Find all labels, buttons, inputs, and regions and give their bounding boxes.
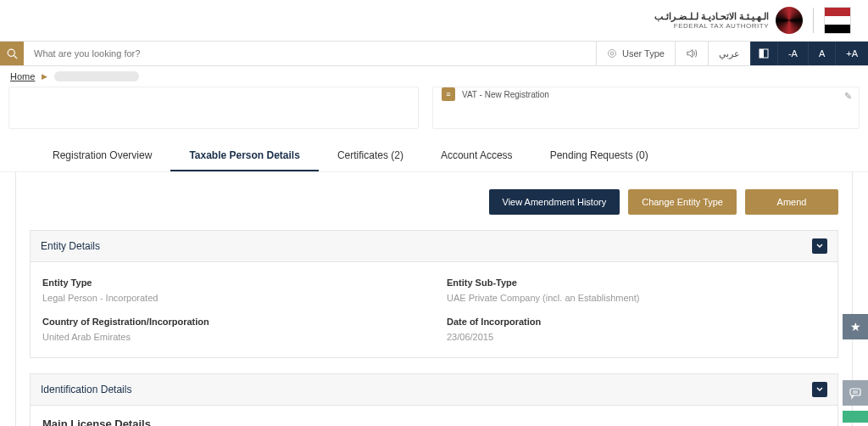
svg-point-3 — [610, 52, 614, 55]
contrast-button[interactable] — [750, 42, 777, 65]
favorites-float-button[interactable]: ★ — [843, 314, 868, 339]
fta-logo-text: الـهـيـئـة الاتحـاديـة لـلـضـرائـب FEDER… — [654, 11, 769, 31]
entity-collapse-button[interactable] — [812, 238, 827, 254]
entity-type-value: Legal Person - Incorporated — [42, 293, 421, 303]
change-entity-type-button[interactable]: Change Entity Type — [628, 189, 737, 215]
vat-label: VAT - New Registration — [462, 90, 549, 99]
tab-panel: View Amendment History Change Entity Typ… — [15, 172, 853, 426]
chat-icon — [849, 386, 862, 400]
search-icon — [7, 48, 18, 59]
breadcrumb: Home ▶ — [0, 66, 868, 87]
breadcrumb-arrow-icon: ▶ — [42, 72, 47, 81]
date-incorporation-label: Date of Incorporation — [447, 317, 826, 327]
font-normal-button[interactable]: A — [808, 42, 835, 65]
view-amendment-history-button[interactable]: View Amendment History — [489, 189, 620, 215]
user-type-label: User Type — [622, 48, 665, 59]
field-country: Country of Registration/Incorporation Un… — [42, 317, 421, 342]
sound-icon — [686, 48, 698, 59]
svg-line-1 — [14, 55, 17, 59]
search-input[interactable] — [24, 42, 596, 65]
date-incorporation-value: 23/06/2015 — [447, 332, 826, 342]
font-decrease-button[interactable]: -A — [777, 42, 808, 65]
amend-button[interactable]: Amend — [745, 189, 838, 215]
topbar: User Type عربي -A A +A — [0, 41, 868, 66]
star-icon: ★ — [850, 320, 861, 334]
field-date-incorporation: Date of Incorporation 23/06/2015 — [447, 317, 826, 342]
identification-details-body: Main License Details — [30, 406, 838, 426]
user-type-button[interactable]: User Type — [596, 42, 675, 65]
identification-details-header: Identification Details — [30, 373, 838, 406]
identification-details-title: Identification Details — [41, 384, 131, 395]
sound-button[interactable] — [675, 42, 708, 65]
tab-taxable-person-details[interactable]: Taxable Person Details — [170, 141, 319, 171]
header-logos: الـهـيـئـة الاتحـاديـة لـلـضـرائـب FEDER… — [0, 0, 868, 41]
fta-logo-block: الـهـيـئـة الاتحـاديـة لـلـضـرائـب FEDER… — [654, 7, 803, 34]
help-float-button[interactable] — [843, 411, 868, 423]
tab-account-access[interactable]: Account Access — [422, 141, 531, 171]
search-button[interactable] — [0, 42, 24, 65]
vat-edit-button[interactable]: ✎ — [844, 91, 852, 102]
entity-subtype-value: UAE Private Company (incl. an Establishm… — [447, 293, 826, 303]
field-entity-subtype: Entity Sub-Type UAE Private Company (inc… — [447, 277, 826, 303]
font-increase-button[interactable]: +A — [835, 42, 868, 65]
language-label: عربي — [719, 48, 740, 59]
main-license-heading: Main License Details — [31, 406, 837, 426]
tab-certificates[interactable]: Certificates (2) — [319, 141, 422, 171]
svg-point-0 — [8, 49, 14, 56]
tab-pending-requests[interactable]: Pending Requests (0) — [531, 141, 667, 171]
breadcrumb-redacted — [54, 71, 139, 81]
uae-emblem-icon — [824, 7, 851, 34]
contrast-icon — [759, 48, 769, 59]
summary-cards-row: ≡ VAT - New Registration ✎ — [0, 87, 868, 141]
vat-icon: ≡ — [442, 87, 455, 101]
summary-card-left — [8, 87, 419, 129]
entity-details-title: Entity Details — [41, 240, 100, 252]
fta-logo-icon — [776, 7, 803, 34]
entity-type-label: Entity Type — [42, 277, 421, 288]
chevron-down-icon — [816, 386, 823, 393]
entity-details-header: Entity Details — [30, 230, 838, 262]
field-entity-type: Entity Type Legal Person - Incorporated — [42, 277, 421, 303]
chevron-down-icon — [816, 243, 823, 249]
entity-details-body: Entity Type Legal Person - Incorporated … — [30, 262, 838, 358]
svg-rect-5 — [760, 49, 764, 58]
chat-float-button[interactable] — [843, 380, 868, 406]
action-buttons: View Amendment History Change Entity Typ… — [30, 189, 838, 215]
language-toggle[interactable]: عربي — [708, 42, 750, 65]
svg-rect-6 — [850, 389, 860, 395]
country-value: United Arab Emirates — [42, 332, 421, 342]
logo-divider — [813, 8, 814, 33]
user-type-icon — [607, 48, 617, 59]
breadcrumb-home[interactable]: Home — [10, 71, 35, 81]
svg-point-2 — [608, 50, 615, 58]
identification-collapse-button[interactable] — [812, 382, 827, 397]
country-label: Country of Registration/Incorporation — [42, 317, 421, 327]
entity-subtype-label: Entity Sub-Type — [447, 277, 826, 288]
tab-registration-overview[interactable]: Registration Overview — [34, 141, 170, 171]
summary-card-vat: ≡ VAT - New Registration ✎ — [432, 87, 860, 129]
tabs: Registration Overview Taxable Person Det… — [0, 141, 868, 172]
